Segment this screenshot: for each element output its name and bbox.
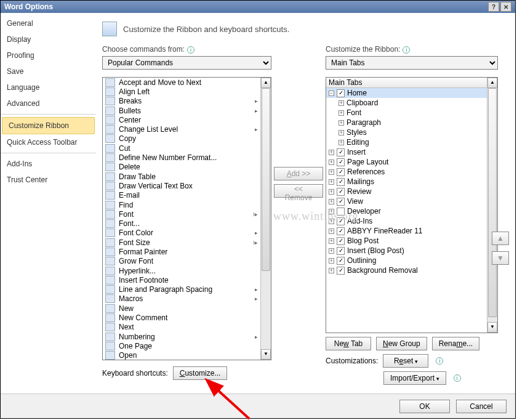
command-item[interactable]: Line and Paragraph Spacing▸ — [103, 285, 260, 294]
command-item[interactable]: Bullets▸ — [103, 106, 260, 115]
tree-item[interactable]: +Editing — [326, 137, 487, 147]
tree-item[interactable]: +✓ABBYY FineReader 11 — [326, 226, 487, 236]
help-button[interactable]: ? — [488, 2, 499, 12]
tree-item[interactable]: +✓Insert (Blog Post) — [326, 246, 487, 256]
command-item[interactable]: One Page — [103, 341, 260, 350]
checkbox[interactable]: ✓ — [337, 168, 345, 176]
sidebar-item-customize-ribbon[interactable]: Customize Ribbon — [2, 117, 95, 134]
checkbox[interactable]: ✓ — [337, 198, 345, 206]
expand-icon[interactable]: + — [329, 189, 334, 195]
move-up-button[interactable]: ▲ — [492, 232, 509, 245]
command-item[interactable]: New — [103, 304, 260, 313]
command-item[interactable]: Format Painter — [103, 247, 260, 256]
ok-button[interactable]: OK — [399, 400, 450, 413]
command-item[interactable]: Font... — [103, 219, 260, 228]
command-item[interactable]: Next — [103, 323, 260, 332]
customize-shortcuts-button[interactable]: Customize... — [173, 366, 228, 380]
tree-item[interactable]: −✓Home — [326, 88, 487, 98]
expand-icon[interactable]: + — [329, 219, 334, 224]
command-item[interactable]: Open — [103, 351, 260, 360]
titlebar[interactable]: Word Options ? ✕ — [1, 1, 515, 13]
command-item[interactable]: Define New Number Format... — [103, 153, 260, 162]
expand-icon[interactable]: + — [329, 238, 334, 244]
expand-icon[interactable]: + — [329, 209, 334, 214]
tree-item[interactable]: +✓Review — [326, 187, 487, 196]
expand-icon[interactable]: + — [339, 130, 344, 135]
new-tab-button[interactable]: New Tab — [326, 337, 371, 350]
expand-icon[interactable]: + — [329, 199, 334, 204]
move-down-button[interactable]: ▼ — [492, 251, 509, 265]
tree-item[interactable]: +Font — [326, 108, 487, 118]
command-item[interactable]: Delete — [103, 163, 260, 172]
command-item[interactable]: Accept and Move to Next — [103, 78, 260, 87]
expand-icon[interactable]: + — [329, 258, 334, 264]
command-item[interactable]: Center — [103, 115, 260, 124]
tree-item[interactable]: +✓Background Removal — [326, 265, 487, 275]
command-item[interactable]: Font Color▸ — [103, 228, 260, 238]
sidebar-item-proofing[interactable]: Proofing — [1, 47, 96, 63]
command-item[interactable]: Change List Level▸ — [103, 124, 260, 134]
tree-item[interactable]: +✓Add-Ins — [326, 216, 487, 226]
checkbox[interactable]: ✓ — [337, 267, 345, 275]
remove-button[interactable]: << Remove — [274, 184, 323, 198]
help-icon[interactable]: i — [187, 46, 194, 54]
scroll-thumb[interactable] — [488, 88, 497, 317]
expand-icon[interactable]: + — [339, 100, 344, 106]
add-button[interactable]: Add >> — [274, 167, 323, 180]
sidebar-item-language[interactable]: Language — [1, 79, 96, 95]
sidebar-item-trust-center[interactable]: Trust Center — [1, 172, 96, 188]
tree-item[interactable]: +Paragraph — [326, 118, 487, 127]
command-item[interactable]: Grow Font — [103, 257, 260, 266]
command-item[interactable]: E-mail — [103, 191, 260, 200]
command-item[interactable]: Hyperlink... — [103, 266, 260, 275]
command-item[interactable]: FontI▸ — [103, 209, 260, 219]
close-button[interactable]: ✕ — [500, 2, 511, 12]
checkbox[interactable]: ✓ — [337, 217, 345, 225]
tree-item[interactable]: +Clipboard — [326, 98, 487, 108]
commands-listbox[interactable]: Accept and Move to NextAlign LeftBreaks▸… — [102, 77, 271, 360]
checkbox[interactable]: ✓ — [337, 257, 345, 265]
scroll-down-icon[interactable]: ▼ — [487, 322, 497, 333]
checkbox[interactable]: ✓ — [337, 237, 345, 245]
choose-commands-combo[interactable]: Popular Commands — [102, 56, 271, 70]
help-icon[interactable]: i — [454, 374, 461, 382]
import-export-button[interactable]: Import/Export — [383, 371, 446, 385]
help-icon[interactable]: i — [436, 357, 443, 365]
expand-icon[interactable]: + — [329, 228, 334, 234]
tree-item[interactable]: +Styles — [326, 127, 487, 137]
scrollbar[interactable]: ▲ ▼ — [487, 78, 497, 333]
collapse-icon[interactable]: − — [329, 91, 334, 96]
command-item[interactable]: Draw Table — [103, 172, 260, 181]
tree-item[interactable]: +✓View — [326, 196, 487, 206]
tree-item[interactable]: +✓Insert — [326, 147, 487, 157]
checkbox[interactable]: ✓ — [337, 89, 345, 97]
command-item[interactable]: Align Left — [103, 87, 260, 96]
command-item[interactable]: Macros▸ — [103, 294, 260, 304]
command-item[interactable]: New Comment — [103, 313, 260, 322]
expand-icon[interactable]: + — [329, 150, 334, 155]
sidebar-item-save[interactable]: Save — [1, 63, 96, 79]
expand-icon[interactable]: + — [339, 120, 344, 126]
command-item[interactable]: Font SizeI▸ — [103, 238, 260, 247]
command-item[interactable]: Find — [103, 200, 260, 209]
command-item[interactable]: Insert Footnote — [103, 275, 260, 285]
expand-icon[interactable]: + — [329, 160, 334, 165]
cancel-button[interactable]: Cancel — [456, 400, 507, 413]
tree-item[interactable]: +✓Mailings — [326, 177, 487, 187]
rename-button[interactable]: Rename... — [432, 337, 479, 350]
tree-item[interactable]: +Developer — [326, 206, 487, 216]
reset-button[interactable]: Reset — [383, 354, 428, 368]
checkbox[interactable] — [337, 208, 345, 216]
sidebar-item-general[interactable]: General — [1, 15, 96, 31]
checkbox[interactable]: ✓ — [337, 158, 345, 166]
checkbox[interactable]: ✓ — [337, 227, 345, 235]
ribbon-tree[interactable]: Main Tabs−✓Home+Clipboard+Font+Paragraph… — [326, 77, 498, 333]
help-icon[interactable]: i — [403, 46, 410, 54]
checkbox[interactable]: ✓ — [337, 247, 345, 255]
new-group-button[interactable]: New Group — [376, 337, 427, 350]
expand-icon[interactable]: + — [329, 268, 334, 273]
tree-item[interactable]: +✓Page Layout — [326, 157, 487, 167]
scroll-thumb[interactable] — [262, 88, 270, 271]
expand-icon[interactable]: + — [329, 169, 334, 175]
expand-icon[interactable]: + — [329, 179, 334, 185]
